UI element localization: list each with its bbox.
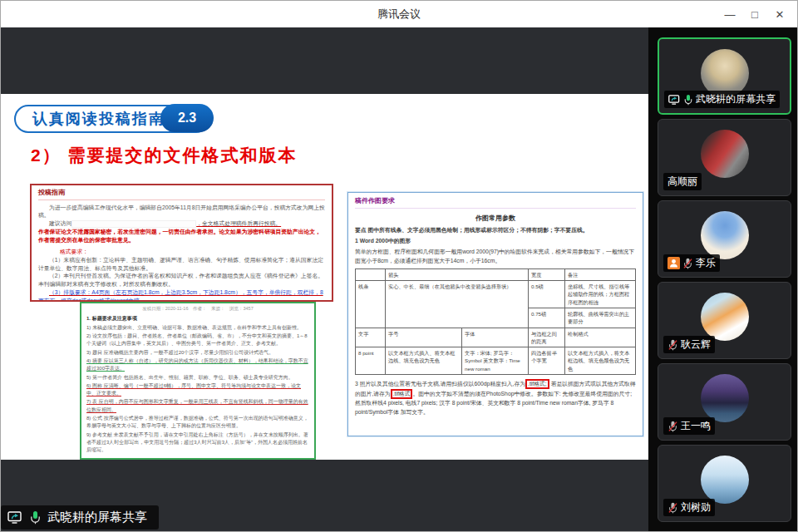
- minimize-button[interactable]: —: [717, 1, 742, 27]
- participant-tile[interactable]: 耿云辉: [658, 282, 791, 359]
- titlebar: 腾讯会议 — □ ✕: [1, 1, 797, 27]
- doc-right-keypoint: 要点 图中所有线条、文字必须用黑色绘制；用线形或标示符区分；不得有阴影；字不要压…: [355, 226, 636, 234]
- mic-muted-icon: [667, 421, 678, 432]
- table-cell: 线条: [356, 281, 386, 328]
- doc-left-paragraph: 为进一步提高编辑工作现代化水平，编辑部自2005年11月8日开始启用网络采编办公…: [38, 204, 325, 220]
- doc-line: 5) 第一作者简介 包括姓名、出生年、性别、籍贯、职称、学位、职务、硕士及专业研…: [86, 374, 309, 382]
- doc-right-header: 稿件作图要求: [355, 196, 636, 209]
- window-title: 腾讯会议: [377, 7, 421, 22]
- table-cell: [356, 268, 386, 280]
- table-cell: 0.75磅: [529, 308, 565, 328]
- avatar: [701, 130, 749, 178]
- table-row: 线条 实心、中长、最细（在其他箭头中改变箭头选择形状） 0.5磅 坐标线、尺寸线…: [356, 281, 636, 308]
- participant-label: 李乐: [663, 254, 720, 272]
- participant-name: 高顺丽: [667, 175, 697, 189]
- avatar: [701, 211, 749, 259]
- participant-tile-sharer[interactable]: 武晓耕的屏幕共享: [658, 37, 791, 115]
- doc-left-header: 投稿指南: [38, 188, 325, 200]
- redacted-area: [71, 220, 196, 228]
- doc-line: 7) 表 应自明，内容不应与图形和文字重复，一般采用三线表，不宜有竖线和斜线，同…: [86, 398, 309, 414]
- close-button[interactable]: ✕: [767, 1, 792, 27]
- slide-section-badge: 认真阅读投稿指南 2.3: [14, 106, 210, 132]
- screen-share-icon: [7, 511, 23, 524]
- participant-tile[interactable]: 李乐: [658, 200, 791, 278]
- table-cell: 四边各留半个字宽: [529, 347, 565, 375]
- doc-left-item: （1）来稿应有创新：立论科学、主题明确、逻辑严谨、语言准确、句子精炼、使用标准简…: [38, 256, 325, 273]
- bottom-seg: 3 照片以及其他位置若无电子文稿,请用扫描仪以600dp精度扫入,存为: [355, 381, 525, 387]
- doc-submission-guide: 投稿指南 为进一步提高编辑工作现代化水平，编辑部自2005年11月8日开始启用网…: [30, 184, 333, 302]
- doc-left-item-layout: （3）排版要求：A4页面（左右页边距1.8cm，上边距3.5cm，下边距1.8c…: [38, 288, 325, 302]
- doc-left-item: （2）本刊只刊登首发稿。为保证作者的署名权和知识产权，作者和课题组负责人应在《稿…: [38, 272, 325, 288]
- doc-line: 4) 摘要 应以第三人称（自述），研究的目的或方法（所用仪器仪表、材料），结果和…: [86, 357, 309, 373]
- mic-on-icon: [29, 510, 42, 525]
- tif-format-highlight: .tif格式: [391, 389, 413, 399]
- doc-left-p2-prefix: 建议访问: [49, 220, 71, 226]
- participant-tile[interactable]: 刘树勋: [658, 445, 791, 522]
- participant-name: 耿云辉: [681, 337, 711, 352]
- participant-tile[interactable]: 王一鸣: [658, 363, 791, 441]
- participant-label: 王一鸣: [663, 417, 715, 435]
- window-controls: — □ ✕: [717, 1, 792, 27]
- table-cell: 字号: [386, 328, 462, 347]
- badge-title: 认真阅读投稿指南: [32, 109, 165, 129]
- doc-page2-meta: 发稿日期：2020-11-16 作者： 来源： 浏览：3457: [86, 305, 309, 313]
- tif-format-highlight: .tif格式;: [525, 379, 549, 389]
- table-cell: 文字: [356, 328, 386, 347]
- badge-version: 2.3: [160, 104, 214, 132]
- table-cell: 绘制格式: [565, 328, 636, 347]
- doc-line: 1) 来稿必须主题突出、立意明确、论据可靠、数据准确、表达规范，在科学和学术上具…: [86, 324, 309, 332]
- table-cell: 0.5磅: [529, 281, 565, 308]
- table-cell: 字体: [462, 328, 529, 347]
- table-cell: 文字：宋体; 罗马字：Symbol 英文数字：Time new roman: [462, 347, 529, 375]
- share-banner-text: 武晓耕的屏幕共享: [47, 510, 147, 525]
- screen-share-banner: 武晓耕的屏幕共享: [1, 505, 159, 530]
- doc-right-title: 作图常用参数: [355, 214, 636, 224]
- table-header-width: 宽度: [529, 268, 565, 280]
- participant-label: 高顺丽: [663, 173, 702, 190]
- table-cell: 坐标线、尺寸线、指引线等起辅助作用的线；方框图程序框图的相连: [565, 281, 636, 308]
- screen-share-icon: [668, 95, 681, 105]
- participant-tile[interactable]: 高顺丽: [658, 119, 791, 196]
- member-badge-icon: [667, 257, 680, 269]
- participant-name: 刘树勋: [681, 500, 711, 515]
- doc-right-paragraph: 简单的方框图、程序框图和几何图形一般用word 2000(97)中的绘图软件来完…: [355, 248, 636, 264]
- participant-name: 李乐: [696, 256, 716, 270]
- avatar: [701, 456, 749, 504]
- table-row: 8 point 以文本框方式插入、将文本框边线、填充色设为无色 文字：宋体; 罗…: [356, 347, 636, 375]
- doc-line: 3) 题目 应准确概括主要内容，一般不超过20个汉字，尽量少用招引公司设计式语气…: [86, 349, 309, 357]
- mic-muted-icon: [667, 339, 678, 351]
- doc-left-p2-suffix: ，全文格式处理稿件后再行投稿。: [196, 220, 281, 226]
- doc-title-requirements: 发稿日期：2020-11-16 作者： 来源： 浏览：3457 1. 标题要求及…: [80, 302, 316, 460]
- participant-label: 耿云辉: [663, 336, 715, 353]
- table-row: 箭头 宽度 备注: [356, 268, 636, 280]
- table-cell: 以文本框方式插入，将文本框边线、填充色颜色设为无色: [565, 347, 636, 375]
- table-header-arrow: 箭头: [386, 268, 529, 280]
- doc-right-bottom-paragraph: 3 照片以及其他位置若无电子文稿,请用扫描仪以600dp精度扫入,存为.tif格…: [355, 379, 636, 416]
- participant-label: 武晓耕的屏幕共享: [664, 91, 780, 108]
- doc-page2-heading: 1. 标题要求及注意事项: [86, 315, 309, 323]
- doc-right-section: 1 Word 2000中的图形: [355, 237, 636, 245]
- presentation-slide: 认真阅读投稿指南 2.3 2） 需要提交的文件格式和版本 投稿指南 为进一步提高…: [1, 94, 648, 460]
- table-row: 文字 字号 字体 与边框之间的距离 绘制格式: [356, 328, 636, 347]
- doc-line: 6) 图称 应清晰、编号（一般不超过6幅），序号、图中文字、符号等均须与论文中表…: [86, 382, 309, 398]
- table-cell: 8 point: [356, 347, 386, 375]
- doc-left-warning: 作者保证论文不泄露国家秘密，若发生泄密问题，一切责任由作者承担。论文如果为涉密科…: [38, 228, 325, 244]
- avatar: [701, 293, 749, 341]
- mic-muted-icon: [682, 258, 693, 269]
- participants-sidebar: 武晓耕的屏幕共享 高顺丽 李乐: [648, 27, 798, 531]
- slide-heading: 2） 需要提交的文件格式和版本: [31, 144, 298, 167]
- shared-screen-area: 认真阅读投稿指南 2.3 2） 需要提交的文件格式和版本 投稿指南 为进一步提高…: [1, 27, 648, 531]
- doc-left-paragraph: 建议访问，全文格式处理稿件后再行投稿。: [38, 219, 325, 228]
- participant-label: 刘树勋: [663, 499, 715, 516]
- figure-parameters-table: 箭头 宽度 备注 线条 实心、中长、最细（在其他箭头中改变箭头选择形状） 0.5…: [355, 268, 636, 375]
- table-cell: 与边框之间的距离: [529, 328, 565, 347]
- doc-line: 8) 公式 按序编号公式居中，推导过程严谨，数据准确，公式、符号第一次出现的语句…: [86, 415, 309, 431]
- participant-name: 王一鸣: [681, 419, 711, 433]
- doc-left-requirements-label: 格式要求：: [38, 248, 325, 256]
- participant-name: 武晓耕的屏幕共享: [696, 92, 776, 106]
- doc-line: 9) 参考文献 未发表文献不予引用，请在文中引用处右上角标注（方括号），并在文末…: [86, 431, 309, 455]
- maximize-button[interactable]: □: [742, 1, 767, 27]
- doc-figure-requirements: 稿件作图要求 作图常用参数 要点 图中所有线条、文字必须用黑色绘制；用线形或标示…: [347, 192, 643, 436]
- table-cell: 以文本框方式插入、将文本框边线、填充色设为无色: [386, 347, 462, 375]
- avatar: [701, 374, 749, 422]
